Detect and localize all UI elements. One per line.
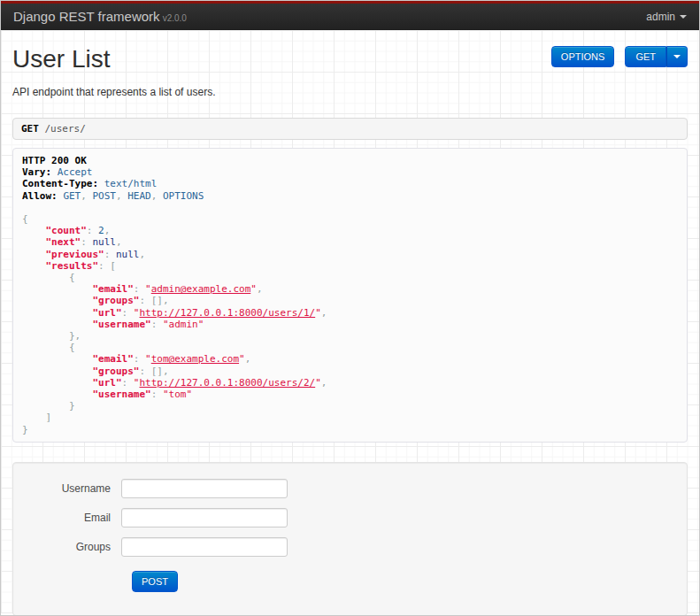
action-buttons: OPTIONS GET [551,46,688,67]
json-token [22,272,69,283]
json-token: : [104,249,116,260]
json-token: GET [63,190,81,202]
json-token: : [151,319,163,330]
json-token [22,353,92,365]
json-link[interactable]: http://127.0.0.1:8000/users/2/ [139,377,315,389]
json-token [22,319,92,330]
username-label: Username [13,479,121,498]
json-token: , [116,236,122,248]
json-token [22,307,92,319]
get-dropdown-button[interactable] [666,46,688,67]
response-body: HTTP 200 OK Vary: Accept Content-Type: t… [12,148,688,443]
json-token: "username" [92,319,150,330]
json-token: "url" [92,307,121,319]
json-token: : [134,283,145,295]
json-token [22,295,92,306]
json-token: : [151,389,163,400]
json-token: text/html [104,178,158,189]
json-token: } [22,424,28,435]
request-bar: GET /users/ [12,118,688,140]
json-token: , [81,190,92,202]
create-form-panel: Username Email Groups POST [12,462,688,616]
json-token: "previous" [46,249,104,260]
json-token: "email" [92,283,133,295]
json-token [22,412,46,423]
user-menu-label: admin [646,11,675,23]
json-link[interactable]: http://127.0.0.1:8000/users/1/ [139,307,315,319]
email-input[interactable] [121,508,288,527]
brand-version: v2.0.0 [163,13,187,23]
json-token: "username" [92,389,150,400]
json-token: " [250,283,257,295]
json-link[interactable]: admin@example.com [151,283,251,295]
form-row-username: Username [13,479,687,498]
chevron-down-icon [680,15,687,19]
json-token: , [139,249,145,260]
json-token: }, [69,330,81,342]
json-token: " [315,377,321,389]
json-token: "email" [92,353,133,365]
json-token: "url" [92,377,121,389]
username-input[interactable] [121,479,288,498]
browser-window: Django REST frameworkv2.0.0 admin User L… [0,0,700,616]
json-token: : [ [98,260,116,272]
json-token: , [321,377,327,389]
json-token: " [315,307,321,319]
json-token: , [245,353,251,365]
json-token [22,377,92,389]
json-token: : [122,377,134,389]
json-token: { [22,213,28,225]
json-token: null [93,236,117,248]
json-token: , [151,190,163,202]
brand[interactable]: Django REST frameworkv2.0.0 [13,9,187,24]
json-token: : [87,225,98,236]
page-header: User List OPTIONS GET [12,30,688,73]
json-token: : [81,236,92,248]
json-token: Content-Type: [22,178,98,189]
json-token [22,260,46,272]
form-row-email: Email [13,508,687,527]
json-token: Accept [58,166,93,178]
json-token [22,330,69,342]
page-description: API endpoint that represents a list of u… [12,86,688,98]
form-row-groups: Groups [13,537,687,557]
json-token [22,225,46,236]
json-token: "admin" [163,319,204,330]
json-token: " [239,353,245,365]
json-link[interactable]: tom@example.com [151,353,239,365]
json-token: : [122,307,134,319]
email-label: Email [13,508,121,527]
json-token: { [69,342,75,353]
json-token [98,178,104,189]
json-token: , [104,225,111,236]
brand-title: Django REST framework [13,9,160,24]
json-token [22,366,92,377]
post-button[interactable]: POST [132,571,178,592]
request-method: GET [21,123,39,135]
json-token: , [116,190,127,202]
json-token: , [257,283,263,295]
json-token [22,283,92,295]
json-token: POST [93,190,117,202]
json-token: "tom" [163,389,192,400]
json-token: Allow: [22,190,58,202]
json-token: HTTP 200 OK [22,155,87,166]
json-token: ] [46,412,52,423]
get-button[interactable]: GET [625,46,666,67]
json-token [22,400,69,412]
json-token: "count" [46,225,87,236]
options-button[interactable]: OPTIONS [551,46,615,67]
json-token: "next" [46,236,81,248]
json-token: null [116,249,140,260]
json-token: Vary: [22,166,51,178]
json-token: : [134,353,145,365]
json-token: { [69,272,75,283]
groups-input[interactable] [121,537,288,557]
groups-label: Groups [13,537,121,557]
json-token: OPTIONS [163,190,204,202]
json-token [51,166,58,178]
page-title: User List [12,45,110,73]
request-path: /users/ [45,123,86,135]
user-menu[interactable]: admin [646,11,687,23]
navbar: Django REST frameworkv2.0.0 admin [1,1,699,30]
